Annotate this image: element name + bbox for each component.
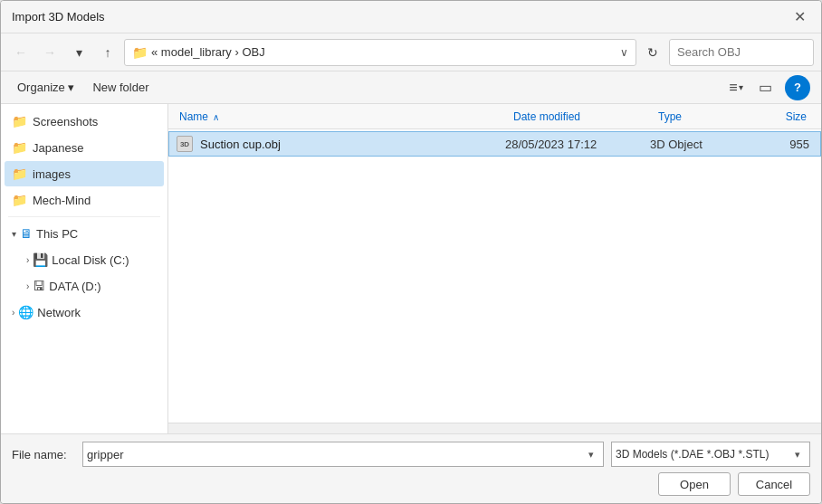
search-bar: 🔍: [669, 39, 814, 66]
pc-icon: 🖥: [20, 226, 33, 241]
file-date: 28/05/2023 17:12: [505, 138, 650, 151]
filename-row: File name: ▾ 3D Models (*.DAE *.OBJ *.ST…: [12, 442, 810, 467]
search-input[interactable]: [677, 45, 822, 59]
organize-button[interactable]: Organize ▾: [12, 79, 80, 96]
hdd-icon: 💾: [33, 252, 48, 267]
back-button[interactable]: ←: [8, 40, 33, 65]
sidebar-item-japanese[interactable]: 📁 Japanese: [5, 135, 164, 160]
filetype-text: 3D Models (*.DAE *.OBJ *.STL): [616, 448, 789, 461]
folder-icon: 📁: [12, 193, 27, 207]
expand-icon: ›: [26, 255, 29, 265]
sidebar-item-thispc[interactable]: ▾ 🖥 This PC: [5, 221, 164, 246]
sidebar-item-label: Network: [37, 306, 81, 319]
col-header-date[interactable]: Date modified: [506, 110, 651, 123]
main-content: 📁 Screenshots 📁 Japanese 📁 images 📁 Mech…: [1, 104, 821, 433]
table-row[interactable]: 3D Suction cup.obj 28/05/2023 17:12 3D O…: [168, 131, 821, 157]
sidebar-item-mechmind[interactable]: 📁 Mech-Mind: [5, 187, 164, 213]
filename-input-wrapper: ▾: [82, 442, 604, 467]
filename-dropdown-btn[interactable]: ▾: [583, 449, 599, 461]
filetype-select: 3D Models (*.DAE *.OBJ *.STL) ▾: [611, 442, 810, 467]
file-size: 955: [750, 138, 813, 151]
file-list: 3D Suction cup.obj 28/05/2023 17:12 3D O…: [168, 129, 821, 423]
col-header-size[interactable]: Size: [750, 110, 814, 123]
bottom-bar: File name: ▾ 3D Models (*.DAE *.OBJ *.ST…: [1, 433, 821, 503]
sidebar-item-screenshots[interactable]: 📁 Screenshots: [5, 109, 164, 134]
sidebar-item-localdisk[interactable]: › 💾 Local Disk (C:): [5, 247, 164, 272]
view-buttons: ≡ ▾ ▭: [723, 75, 778, 100]
pane-icon: ▭: [759, 79, 772, 96]
forward-button[interactable]: →: [37, 40, 62, 65]
view-list-button[interactable]: ≡ ▾: [723, 75, 749, 100]
view-dropdown-arrow: ▾: [739, 82, 743, 92]
path-chevron: ∨: [620, 46, 628, 59]
expand-icon: ▾: [12, 229, 16, 239]
sidebar-item-network[interactable]: › 🌐 Network: [5, 300, 164, 325]
sidebar-item-label: Local Disk (C:): [52, 253, 129, 267]
expand-icon: ›: [26, 281, 29, 291]
hdd-icon: 🖫: [33, 279, 45, 293]
pane-button[interactable]: ▭: [752, 75, 778, 100]
file-type: 3D Object: [650, 138, 750, 151]
column-headers: Name ∧ Date modified Type Size: [168, 104, 821, 129]
import-dialog: Import 3D Models ✕ ← → ▾ ↑ 📁 « model_lib…: [0, 0, 822, 504]
file-name: Suction cup.obj: [200, 138, 505, 151]
folder-icon: 📁: [12, 114, 27, 128]
filetype-dropdown-btn[interactable]: ▾: [789, 449, 806, 461]
recent-button[interactable]: ▾: [66, 40, 91, 65]
dialog-title: Import 3D Models: [12, 10, 105, 24]
sidebar-item-label: Japanese: [33, 141, 83, 155]
sidebar-divider: [8, 216, 160, 217]
col-header-type[interactable]: Type: [651, 110, 750, 123]
sidebar-item-label: Mech-Mind: [33, 194, 91, 207]
title-bar: Import 3D Models ✕: [1, 1, 821, 33]
sidebar-item-label: Screenshots: [33, 115, 98, 128]
sidebar-item-datad[interactable]: › 🖫 DATA (D:): [5, 273, 164, 299]
new-folder-button[interactable]: New folder: [87, 79, 154, 96]
folder-icon: 📁: [12, 140, 27, 155]
action-row: Open Cancel: [12, 472, 810, 496]
horizontal-scrollbar[interactable]: [168, 423, 821, 433]
file-list-container: Name ∧ Date modified Type Size 3D Suctio…: [168, 104, 821, 433]
path-bar[interactable]: 📁 « model_library › OBJ ∨: [124, 39, 636, 66]
sidebar-item-label: This PC: [36, 227, 78, 241]
path-text: « model_library › OBJ: [151, 45, 616, 59]
close-button[interactable]: ✕: [789, 6, 810, 28]
toolbar: Organize ▾ New folder ≡ ▾ ▭ ?: [1, 71, 821, 104]
filename-label: File name:: [12, 448, 75, 461]
sidebar-item-label: DATA (D:): [49, 280, 100, 293]
expand-icon: ›: [12, 308, 14, 318]
refresh-button[interactable]: ↻: [640, 40, 665, 65]
filename-input[interactable]: [87, 448, 583, 461]
network-icon: 🌐: [18, 305, 33, 319]
up-button[interactable]: ↑: [95, 40, 120, 65]
col-header-name[interactable]: Name ∧: [176, 110, 506, 123]
sidebar-item-images[interactable]: 📁 images: [5, 161, 164, 186]
path-folder-icon: 📁: [132, 45, 148, 60]
sort-arrow: ∧: [213, 112, 219, 122]
sidebar-item-label: images: [33, 167, 71, 181]
help-button[interactable]: ?: [785, 75, 810, 100]
list-icon: ≡: [729, 80, 737, 96]
open-button[interactable]: Open: [658, 472, 731, 496]
nav-bar: ← → ▾ ↑ 📁 « model_library › OBJ ∨ ↻ 🔍: [1, 33, 821, 71]
folder-icon: 📁: [12, 166, 27, 181]
sidebar: 📁 Screenshots 📁 Japanese 📁 images 📁 Mech…: [1, 104, 168, 433]
file-icon: 3D: [177, 136, 195, 152]
cancel-button[interactable]: Cancel: [738, 472, 810, 496]
